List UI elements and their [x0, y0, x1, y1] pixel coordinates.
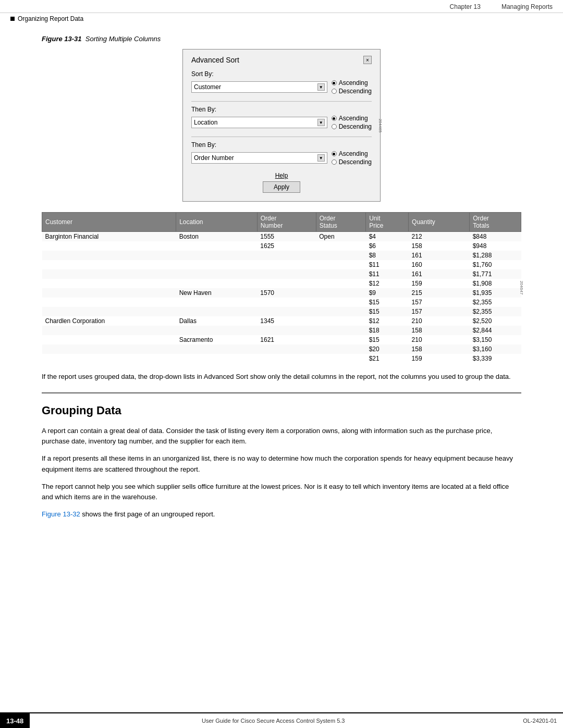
cell-location: Dallas: [176, 316, 258, 326]
chapter-info: Chapter 13 Managing Reports: [450, 3, 553, 10]
sort-by-arrow[interactable]: ▼: [317, 83, 325, 91]
then-by-2-row: Order Number ▼ Ascending Descending: [191, 150, 372, 166]
dialog-title-bar: Advanced Sort ×: [191, 56, 372, 64]
then-by-1-descending-radio[interactable]: Descending: [332, 123, 372, 130]
then-by-2-value: Order Number: [194, 154, 234, 162]
then-by-2-descending-radio[interactable]: Descending: [332, 158, 372, 166]
sort-by-section: Sort By: Customer ▼ Ascending: [191, 70, 372, 95]
data-table: Customer Location Order Number Order Sta…: [42, 212, 521, 363]
cell-quantity: 212: [409, 232, 470, 242]
col-header-unit-price: Unit Price: [366, 213, 409, 232]
cell-location: [176, 241, 258, 251]
cell-location: [176, 298, 258, 307]
radio-tb1-descending: [332, 124, 337, 129]
cell-customer: [42, 279, 176, 288]
then-by-2-label: Then By:: [191, 141, 372, 149]
dialog-close-button[interactable]: ×: [363, 56, 372, 64]
cell-customer: [42, 298, 176, 307]
chapter-title: Managing Reports: [501, 3, 553, 10]
cell-order_number: [257, 307, 316, 316]
cell-order_number: 1621: [257, 335, 316, 344]
cell-order_number: 1625: [257, 241, 316, 251]
cell-order_number: 1345: [257, 316, 316, 326]
sort-by-ascending-radio[interactable]: Ascending: [332, 79, 372, 87]
table-header-row: Customer Location Order Number Order Sta…: [42, 213, 521, 232]
cell-order_totals: $1,771: [470, 269, 521, 279]
cell-location: [176, 307, 258, 316]
close-icon: ×: [366, 57, 369, 63]
sort-by-radio-group: Ascending Descending: [332, 79, 372, 95]
chevron-down-icon-3: ▼: [319, 156, 323, 161]
ascending-label: Ascending: [339, 79, 368, 87]
sort-by-descending-radio[interactable]: Descending: [332, 88, 372, 95]
cell-order_status: [316, 335, 365, 344]
then-by-1-select[interactable]: Location ▼: [191, 117, 327, 128]
cell-unit_price: $12: [366, 279, 409, 288]
table-watermark: 204647: [519, 281, 524, 295]
col-header-quantity: Quantity: [409, 213, 470, 232]
cell-unit_price: $15: [366, 335, 409, 344]
then-by-2-radio-group: Ascending Descending: [332, 150, 372, 166]
section-body-grouping: A report can contain a great deal of dat…: [42, 426, 521, 521]
help-link[interactable]: Help: [275, 172, 288, 179]
cell-quantity: 160: [409, 260, 470, 269]
table-row: $11161$1,771: [42, 269, 521, 279]
cell-location: [176, 269, 258, 279]
cell-order_status: [316, 344, 365, 354]
cell-unit_price: $20: [366, 344, 409, 354]
cell-order_totals: $3,150: [470, 335, 521, 344]
then-by-2-ascending-radio[interactable]: Ascending: [332, 150, 372, 157]
figure-title: Sorting Multiple Columns: [85, 35, 161, 43]
cell-order_status: [316, 316, 365, 326]
section-divider: [42, 392, 521, 393]
cell-order_status: [316, 326, 365, 335]
breadcrumb-text: Organizing Report Data: [18, 15, 83, 22]
figure-caption-text: If the report uses grouped data, the dro…: [42, 372, 521, 382]
cell-quantity: 157: [409, 298, 470, 307]
chevron-down-icon-2: ▼: [319, 120, 323, 125]
breadcrumb: Organizing Report Data: [0, 13, 563, 24]
then-by-1-arrow[interactable]: ▼: [317, 119, 325, 126]
cell-order_number: [257, 326, 316, 335]
cell-customer: [42, 307, 176, 316]
dialog-title: Advanced Sort: [191, 56, 239, 64]
section-title-grouping: Grouping Data: [42, 404, 521, 417]
data-table-container: Customer Location Order Number Order Sta…: [42, 212, 521, 363]
cell-order_status: [316, 260, 365, 269]
cell-quantity: 210: [409, 316, 470, 326]
cell-unit_price: $8: [366, 251, 409, 260]
grouping-para-4: Figure 13-32 shows the first page of an …: [42, 509, 521, 520]
cell-order_number: [257, 354, 316, 363]
cell-location: [176, 279, 258, 288]
grouping-para-3: The report cannot help you see which sup…: [42, 482, 521, 503]
cell-location: Boston: [176, 232, 258, 242]
table-row: Sacramento1621$15210$3,150: [42, 335, 521, 344]
then-by-1-section: Then By: Location ▼ Ascending: [191, 106, 372, 130]
cell-order_totals: $3,339: [470, 354, 521, 363]
cell-unit_price: $18: [366, 326, 409, 335]
figure-13-32-link[interactable]: Figure 13-32: [42, 510, 80, 518]
col-header-customer: Customer: [42, 213, 176, 232]
radio-tb2-descending: [332, 159, 337, 165]
radio-descending-indicator: [332, 89, 337, 94]
then-by-1-ascending-radio[interactable]: Ascending: [332, 115, 372, 122]
then-by-2-select[interactable]: Order Number ▼: [191, 152, 327, 164]
table-row: $11160$1,760: [42, 260, 521, 269]
cell-order_number: [257, 251, 316, 260]
cell-location: [176, 326, 258, 335]
cell-location: Sacramento: [176, 335, 258, 344]
radio-tb1-ascending: [332, 116, 337, 121]
cell-order_totals: $2,355: [470, 298, 521, 307]
cell-order_number: [257, 298, 316, 307]
sort-by-value: Customer: [194, 83, 221, 91]
cell-order_number: 1555: [257, 232, 316, 242]
chevron-down-icon: ▼: [319, 85, 323, 90]
cell-customer: [42, 344, 176, 354]
cell-unit_price: $11: [366, 260, 409, 269]
table-row: $15157$2,355: [42, 298, 521, 307]
cell-customer: [42, 251, 176, 260]
sort-by-select[interactable]: Customer ▼: [191, 81, 327, 93]
then-by-2-arrow[interactable]: ▼: [317, 154, 325, 162]
apply-button[interactable]: Apply: [263, 181, 300, 193]
cell-order_totals: $848: [470, 232, 521, 242]
